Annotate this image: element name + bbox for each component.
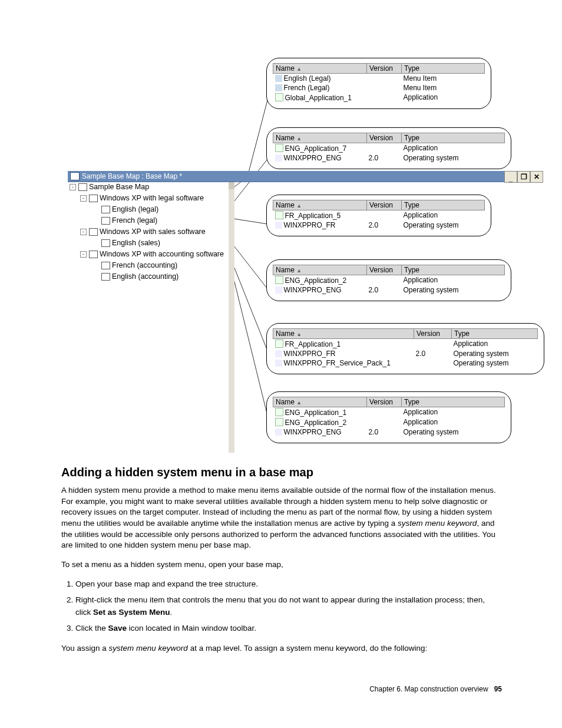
tree-node[interactable]: -Windows XP with legal software <box>70 193 240 204</box>
menu-icon <box>101 206 110 213</box>
os-icon <box>275 286 282 294</box>
tree-node[interactable]: -Windows XP with accounting software <box>70 249 240 260</box>
section-content: Adding a hidden system menu in a base ma… <box>61 466 501 663</box>
app-icon <box>275 93 283 101</box>
map-icon <box>78 183 87 191</box>
tree-leaf[interactable]: English (accounting) <box>70 271 240 282</box>
paragraph: You assign a system menu keyword at a ma… <box>61 643 501 654</box>
tree-root[interactable]: -Sample Base Map <box>70 182 240 193</box>
tree-node[interactable]: -Windows XP with sales software <box>70 226 240 238</box>
tree-leaf[interactable]: English (sales) <box>70 238 240 249</box>
list-item: Click the Save icon located in Main wind… <box>75 622 501 635</box>
menu-icon <box>275 84 282 91</box>
page-footer: Chapter 6. Map construction overview 95 <box>0 685 562 693</box>
base-map-tree[interactable]: -Sample Base Map -Windows XP with legal … <box>70 182 240 282</box>
os-icon <box>275 429 282 436</box>
os-icon <box>275 154 282 162</box>
paragraph: A hidden system menu provide a method to… <box>61 485 501 551</box>
tree-leaf[interactable]: French (legal) <box>70 215 240 226</box>
menu-icon <box>89 228 98 236</box>
os-icon <box>275 222 282 229</box>
detail-bubble-1: Name ▲VersionType English (Legal)Menu It… <box>266 58 491 109</box>
app-icon <box>275 211 283 219</box>
menu-icon <box>101 239 110 247</box>
steps-list: Open your base map and expand the tree s… <box>75 578 501 635</box>
menu-icon <box>101 217 110 225</box>
menu-icon <box>275 75 282 82</box>
tree-leaf[interactable]: French (accounting) <box>70 260 240 271</box>
app-icon <box>275 276 283 284</box>
paragraph: To set a menu as a hidden system menu, o… <box>61 559 501 571</box>
window-close-button[interactable]: ✕ <box>530 171 543 183</box>
section-heading: Adding a hidden system menu in a base ma… <box>61 466 501 479</box>
app-icon <box>275 418 283 426</box>
menu-icon <box>101 262 110 269</box>
window-minimize-button[interactable]: _ <box>504 171 517 183</box>
base-map-window: Sample Base Map : Base Map * <box>68 171 542 182</box>
window-titlebar[interactable]: Sample Base Map : Base Map * <box>68 171 542 182</box>
detail-bubble-2: Name ▲VersionType ENG_Application_7Appli… <box>266 127 511 169</box>
window-maximize-button[interactable]: ❐ <box>517 171 530 183</box>
detail-bubble-6: Name ▲VersionType ENG_Application_1Appli… <box>266 391 511 443</box>
list-item: Right-click the menu item that controls … <box>75 594 501 619</box>
detail-bubble-3: Name ▲VersionType FR_Application_5Applic… <box>266 195 491 236</box>
detail-bubble-5: Name ▲VersionType FR_Application_1Applic… <box>266 323 544 374</box>
window-icon <box>70 172 80 180</box>
menu-icon <box>101 273 110 281</box>
app-icon <box>275 408 283 416</box>
list-item: Open your base map and expand the tree s… <box>75 578 501 591</box>
window-title: Sample Base Map : Base Map * <box>82 172 182 180</box>
app-icon <box>275 144 283 152</box>
menu-icon <box>89 251 98 258</box>
menu-icon <box>89 195 98 202</box>
tree-leaf[interactable]: English (legal) <box>70 204 240 215</box>
os-icon <box>275 350 282 357</box>
app-icon <box>275 340 283 348</box>
detail-bubble-4: Name ▲VersionType ENG_Application_2Appli… <box>266 259 511 301</box>
os-icon <box>275 360 282 367</box>
